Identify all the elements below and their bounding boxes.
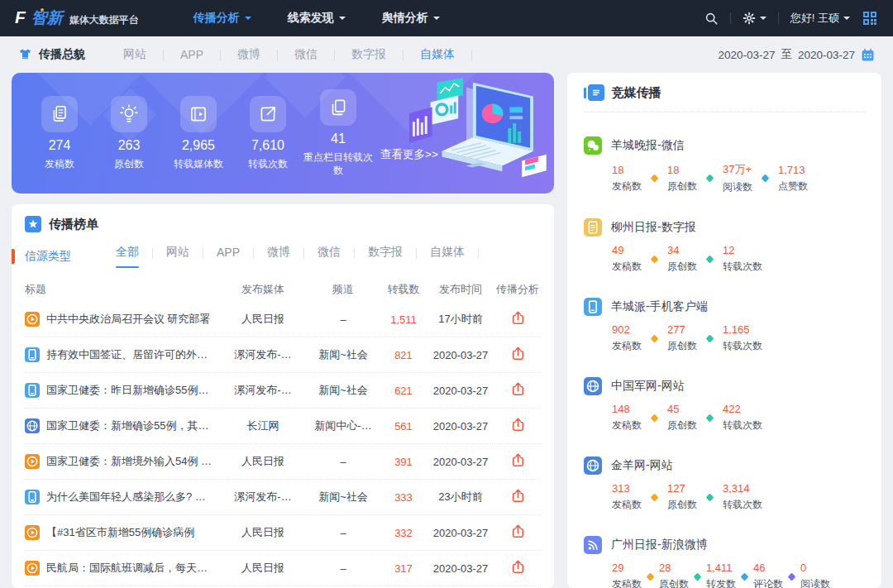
tab-website[interactable]: 网站 [153,245,203,268]
table-row[interactable]: 【#31省区市新增55例确诊病例 人民日报 – 332 2020-03-27 [25,515,541,551]
banner-illustration [387,73,552,194]
tab-digital-paper[interactable]: 数字报 [355,245,416,268]
stat-value: 29 [612,562,642,574]
spread-analysis-button[interactable] [510,523,526,539]
stat-value: 0 [800,562,830,574]
tab-overview[interactable]: 传播总貌 [18,47,85,62]
tab-self-media[interactable]: 自媒体 [404,47,471,62]
website-icon [584,377,602,395]
table-row[interactable]: 为什么美国年轻人感染那么多? … 漯河发布-… 新闻~社会 333 23小时前 [25,480,541,515]
spread-analysis-button[interactable] [510,452,526,468]
competitor-name[interactable]: 羊城派-手机客户端 [611,299,708,314]
stat-label: 原创数 [667,498,697,512]
stat-value: 1,165 [723,323,762,336]
spread-analysis-button[interactable] [510,488,526,504]
competitor-item: 金羊网-网站 313发稿数 127原创数 3,314转载次数 [584,457,865,512]
diamond-separator-icon [651,255,659,263]
website-icon [584,457,602,475]
table-row[interactable]: 民航局：国际航班调减后，每天… 人民日报 – 317 2020-03-27 [25,551,541,586]
divider [778,12,779,24]
date-start: 2020-03-27 [718,49,775,61]
diamond-separator-icon [651,493,659,501]
article-title[interactable]: 国家卫健委：昨日新增确诊55例… [46,383,208,398]
competitor-name[interactable]: 中国军网-网站 [611,379,685,394]
menu-clue-discovery[interactable]: 线索发现 [288,11,346,26]
spread-analysis-button[interactable] [510,381,526,397]
article-title[interactable]: 持有效中国签证、居留许可的外… [46,347,208,362]
settings-gear-button[interactable] [743,12,766,25]
diamond-separator-icon [706,334,714,342]
documents-icon [41,96,78,132]
competitor-name[interactable]: 广州日报-新浪微博 [611,538,708,552]
channel: – [306,562,380,575]
stat-value: 46 [753,562,783,574]
col-media: 发布媒体 [220,282,306,297]
tab-weibo[interactable]: 微博 [254,245,303,268]
tab-wechat[interactable]: 微信 [304,245,354,268]
article-title[interactable]: 为什么美国年轻人感染那么多? … [46,490,206,504]
qr-code-icon[interactable] [862,10,878,26]
stat-value: 34 [667,244,697,256]
table-row[interactable]: 中共中央政治局召开会议 研究部署 人民日报 – 1,511 17小时前 [25,302,541,337]
article-title[interactable]: 国家卫健委：新增确诊55例，其… [46,418,208,433]
tab-wechat[interactable]: 微信 [278,47,334,62]
tshirt-icon [18,48,32,61]
article-title[interactable]: 中共中央政治局召开会议 研究部署 [46,312,211,327]
article-title[interactable]: 国家卫健委：新增境外输入54例 … [46,454,212,469]
date-range-picker[interactable]: 2020-03-27 至 2020-03-27 [718,47,875,62]
competitor-stats: 148发稿数 45原创数 422转载次数 [612,403,865,433]
user-menu[interactable]: 您好! 王硕 [790,11,850,26]
competitor-name[interactable]: 金羊网-网站 [611,458,673,473]
menu-spread-analysis[interactable]: 传播分析 [193,11,251,26]
tab-weibo[interactable]: 微博 [221,47,277,62]
tab-app[interactable]: APP [164,48,220,61]
active-section-marker [12,249,15,264]
website-icon [25,418,40,433]
tab-all[interactable]: 全部 [103,245,152,268]
col-analysis: 传播分析 [494,282,541,297]
spread-analysis-button[interactable] [510,559,526,575]
filter-label: 信源类型 [25,249,71,264]
table-row[interactable]: 持有效中国签证、居留许可的外… 漯河发布-… 新闻~社会 821 2020-03… [25,337,541,373]
stat-label: 发稿数 [612,179,642,194]
stat-label: 转载次数 [723,418,762,433]
stat-label: 重点栏目转载次数 [303,151,374,177]
table-row[interactable]: 国家卫健委：昨日新增确诊55例… 漯河发布-… 新闻~社会 621 2020-0… [25,373,541,409]
section-nav: 传播总貌 网站 APP 微博 微信 数字报 自媒体 2020-03-27 至 2… [0,36,893,73]
stat-label: 发稿数 [612,577,642,588]
product-name: 媒体大数据平台 [69,13,139,27]
chevron-down-icon [843,17,850,23]
logo-name: 智新 [31,7,63,29]
stat-value: 45 [667,403,697,415]
competitor-name[interactable]: 柳州日报-数字报 [611,220,696,235]
menu-sentiment-analysis[interactable]: 舆情分析 [382,11,440,26]
ranking-star-icon [25,216,41,232]
tab-website[interactable]: 网站 [107,47,163,62]
view-more-link[interactable]: 查看更多>> [380,147,438,162]
user-greeting: 您好! 王硕 [790,11,839,26]
video-icon [25,525,40,540]
stat-value: 422 [723,403,762,415]
stat-label: 转载次数 [723,498,762,512]
competitor-name[interactable]: 羊城晚报-微信 [611,138,685,153]
search-icon[interactable] [704,12,719,26]
article-title[interactable]: 民航局：国际航班调减后，每天… [46,561,208,576]
table-row[interactable]: 国家卫健委：新增确诊55例，其… 长江网 新闻中心-… 561 2020-03-… [25,409,541,444]
article-title[interactable]: 【#31省区市新增55例确诊病例 [46,525,194,540]
channel: – [306,456,380,468]
tab-self-media[interactable]: 自媒体 [417,245,478,268]
diamond-separator-icon [651,414,659,422]
stat-value: 7,610 [233,138,303,153]
publish-time: 17小时前 [427,312,494,327]
tab-digital-paper[interactable]: 数字报 [335,47,403,62]
tab-app[interactable]: APP [203,246,253,267]
spread-analysis-button[interactable] [510,310,526,326]
competitor-stats: 29发稿数 28原创数 1,411转发数 46评论数 0阅读数 [612,562,865,588]
col-reprints: 转载数 [380,282,427,297]
stat-label: 阅读数 [800,577,830,588]
stat-value: 277 [667,323,697,336]
spread-analysis-button[interactable] [510,346,526,361]
reprint-count: 391 [380,456,427,468]
spread-analysis-button[interactable] [510,417,526,433]
table-row[interactable]: 国家卫健委：新增境外输入54例 … 人民日报 – 391 2020-03-27 [25,444,541,480]
